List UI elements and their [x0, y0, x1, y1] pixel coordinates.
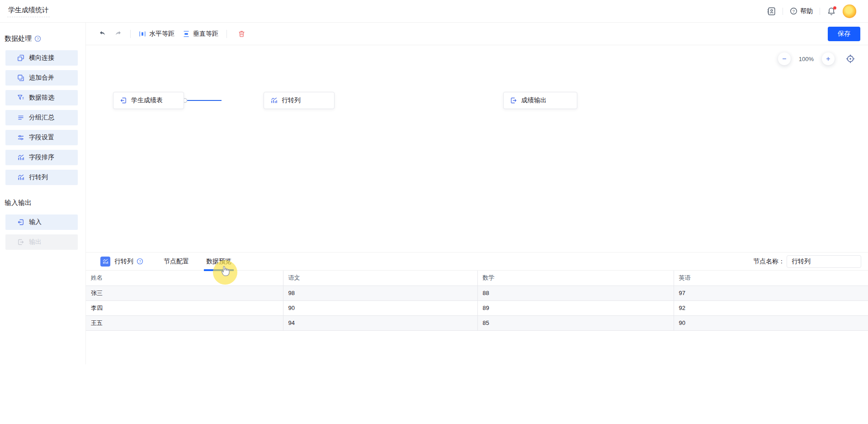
- table-cell: 98: [283, 286, 477, 300]
- help-icon[interactable]: ?: [137, 258, 143, 265]
- notifications-button[interactable]: [827, 7, 836, 16]
- canvas-toolbar: 水平等距 垂直等距 保存: [86, 23, 868, 45]
- sidebar-section-title: 输入输出: [5, 199, 85, 207]
- field-sort-icon: [17, 154, 24, 161]
- horizontal-space-label: 水平等距: [149, 30, 175, 38]
- table-cell: 90: [674, 315, 868, 330]
- table-cell: 李四: [86, 300, 283, 315]
- divider: [130, 30, 131, 38]
- column-header: 英语: [674, 271, 868, 286]
- divider: [820, 8, 820, 15]
- output-icon: [510, 97, 517, 104]
- notification-dot: [833, 6, 836, 10]
- output-icon: [17, 238, 24, 246]
- zoom-level: 100%: [799, 56, 814, 62]
- tab-node-config[interactable]: 节点配置: [164, 252, 189, 271]
- undo-button[interactable]: [99, 30, 106, 38]
- sidebar-item-label: 输出: [29, 238, 42, 246]
- node-label: 学生成绩表: [131, 96, 163, 105]
- delete-node-button[interactable]: [238, 30, 245, 38]
- help-icon[interactable]: ?: [34, 35, 41, 42]
- sidebar-section-title: 数据处理?: [5, 34, 85, 43]
- vertical-space-icon: [183, 30, 190, 38]
- pivot-icon: [17, 174, 24, 181]
- help-button[interactable]: ? 帮助: [790, 7, 813, 15]
- node-detail-panel: 行转列 ? 节点配置 数据预览 节点名称： 姓名语文数学英语: [86, 252, 868, 364]
- horizontal-space-button[interactable]: 水平等距: [139, 30, 175, 38]
- table-cell: 92: [674, 300, 868, 315]
- pivot-icon: [100, 257, 110, 267]
- topbar: 学生成绩统计 ? 帮助: [0, 0, 868, 23]
- table-cell: 王五: [86, 315, 283, 330]
- input-icon: [17, 219, 24, 226]
- page-title[interactable]: 学生成绩统计: [7, 5, 50, 17]
- topbar-actions: ? 帮助: [767, 5, 856, 18]
- table-cell: 97: [674, 286, 868, 300]
- sidebar-item-label: 字段排序: [29, 153, 54, 162]
- panel-tabs: 节点配置 数据预览: [164, 252, 231, 271]
- fit-view-icon[interactable]: [845, 54, 855, 64]
- group-icon: [17, 114, 24, 121]
- flow-node-pivot[interactable]: 行转列: [264, 92, 335, 109]
- flow-canvas[interactable]: 学生成绩表 行转列 成绩输出 100%: [86, 45, 868, 252]
- help-icon: ?: [790, 7, 797, 15]
- data-preview-table: 姓名语文数学英语 张三988897李四908992王五948590: [86, 271, 868, 331]
- sidebar-item-label: 追加合并: [29, 74, 54, 82]
- horizontal-space-icon: [139, 30, 146, 38]
- svg-text:?: ?: [793, 9, 795, 14]
- help-label: 帮助: [800, 7, 813, 15]
- sidebar-item-label: 行转列: [29, 173, 48, 181]
- column-header: 数学: [477, 271, 674, 286]
- avatar[interactable]: [843, 5, 856, 18]
- tab-data-preview[interactable]: 数据预览: [206, 252, 231, 271]
- node-label: 行转列: [282, 96, 301, 105]
- table-header-row: 姓名语文数学英语: [86, 271, 868, 286]
- table-cell: 90: [283, 300, 477, 315]
- merge-icon: [17, 74, 24, 81]
- flow-node-output[interactable]: 成绩输出: [503, 92, 577, 109]
- sidebar-item-input[interactable]: 输入: [5, 214, 78, 230]
- app-window: 学生成绩统计 ? 帮助 数据处理?横向连接追加合并数据筛选分组汇总字段设置字段排…: [0, 0, 868, 364]
- column-header: 姓名: [86, 271, 283, 286]
- column-header: 语文: [283, 271, 477, 286]
- sidebar-item-label: 数据筛选: [29, 94, 54, 102]
- node-name-input[interactable]: [787, 255, 861, 268]
- sidebar-item-link[interactable]: 横向连接: [5, 50, 78, 66]
- sidebar-item-merge[interactable]: 追加合并: [5, 70, 78, 86]
- sidebar: 数据处理?横向连接追加合并数据筛选分组汇总字段设置字段排序行转列输入输出输入输出: [0, 23, 86, 364]
- main-area: 水平等距 垂直等距 保存: [86, 23, 868, 364]
- link-icon: [17, 54, 24, 62]
- save-button[interactable]: 保存: [828, 27, 860, 41]
- svg-text:?: ?: [37, 37, 39, 41]
- redo-button[interactable]: [114, 30, 122, 38]
- sidebar-item-filter[interactable]: 数据筛选: [5, 90, 78, 105]
- section-title-text: 数据处理: [5, 34, 32, 43]
- input-icon: [120, 97, 127, 104]
- app-body: 数据处理?横向连接追加合并数据筛选分组汇总字段设置字段排序行转列输入输出输入输出…: [0, 23, 868, 364]
- table-cell: 85: [477, 315, 674, 330]
- vertical-space-button[interactable]: 垂直等距: [183, 30, 218, 38]
- sidebar-item-label: 输入: [29, 218, 42, 226]
- table-row: 张三988897: [86, 286, 868, 300]
- pivot-icon: [270, 97, 278, 104]
- section-title-text: 输入输出: [5, 199, 32, 207]
- address-book-icon[interactable]: [767, 7, 776, 16]
- sidebar-item-pivot[interactable]: 行转列: [5, 170, 78, 185]
- sidebar-item-label: 横向连接: [29, 54, 54, 62]
- sidebar-item-output: 输出: [5, 234, 78, 250]
- table-cell: 94: [283, 315, 477, 330]
- table-cell: 张三: [86, 286, 283, 300]
- filter-icon: [17, 94, 24, 101]
- zoom-in-button[interactable]: [822, 52, 835, 65]
- table-cell: 88: [477, 286, 674, 300]
- divider: [783, 8, 783, 15]
- flow-node-input-table[interactable]: 学生成绩表: [113, 92, 184, 109]
- table-cell: 89: [477, 300, 674, 315]
- node-name-field: 节点名称：: [753, 255, 861, 268]
- panel-header: 行转列 ? 节点配置 数据预览 节点名称：: [86, 252, 868, 271]
- zoom-out-button[interactable]: [778, 52, 791, 65]
- sidebar-item-field-sort[interactable]: 字段排序: [5, 150, 78, 165]
- sidebar-item-group[interactable]: 分组汇总: [5, 110, 78, 125]
- sidebar-item-field-settings[interactable]: 字段设置: [5, 130, 78, 145]
- vertical-space-label: 垂直等距: [193, 30, 218, 38]
